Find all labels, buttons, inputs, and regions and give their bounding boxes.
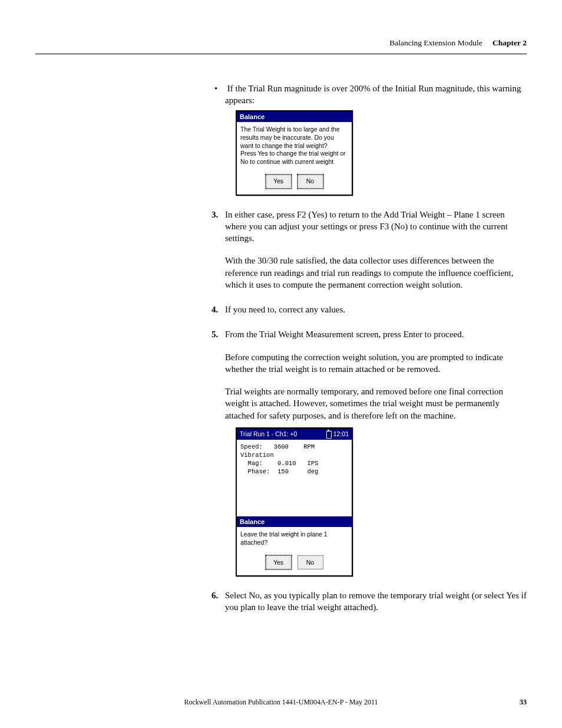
screen-body: Speed: 3600 RPM Vibration Mag: 0.010 IPS… [237, 440, 352, 516]
step-6: 6.Select No, as you typically plan to re… [225, 589, 527, 614]
trial-run-screen: Trial Run 1 - Ch1: +0 12:01 Speed: 3600 … [236, 427, 353, 577]
dialog-title: Balance [237, 111, 352, 123]
screen-time: 12:01 [333, 430, 349, 437]
bullet-warning-200: If the Trial Run magnitude is over 200% … [225, 83, 527, 107]
step-text: If you need to, correct any values. [225, 305, 345, 314]
speed-label: Speed: [240, 443, 263, 450]
page-header: Balancing Extension Module Chapter 2 [35, 38, 527, 54]
mag-label: Mag: [248, 460, 263, 467]
screen-title-text: Trial Run 1 - Ch1: +0 [240, 430, 297, 438]
footer-spacer [35, 698, 53, 707]
mag-unit: IPS [307, 460, 318, 467]
row-speed: Speed: 3600 RPM [240, 443, 348, 451]
no-button[interactable]: No [297, 174, 323, 189]
page-number: 33 [509, 698, 527, 707]
dialog-button-row: Yes No [237, 552, 352, 575]
dialog-body: The Trial Weight is too large and the re… [237, 122, 352, 170]
section-title: Balancing Extension Module [389, 38, 482, 47]
step-number: 5. [211, 328, 225, 340]
dialog-button-row: Yes No [237, 171, 352, 195]
step-text: In either case, press F2 (Yes) to return… [225, 210, 508, 243]
speed-unit: RPM [303, 443, 315, 450]
mag-value: 0.010 [277, 460, 296, 467]
phase-label: Phase: [248, 468, 270, 475]
row-mag: Mag: 0.010 IPS [240, 459, 348, 467]
screen-titlebar: Trial Run 1 - Ch1: +0 12:01 [237, 429, 352, 440]
row-vibration: Vibration [240, 451, 348, 459]
dialog-title: Balance [237, 516, 352, 528]
publication-info: Rockwell Automation Publication 1441-UM0… [53, 698, 509, 707]
step-number: 4. [211, 304, 225, 315]
page-footer: Rockwell Automation Publication 1441-UM0… [0, 698, 562, 707]
screen-title-right: 12:01 [326, 430, 349, 439]
balance-dialog-oversize: Balance The Trial Weight is too large an… [236, 110, 353, 196]
step-text: From the Trial Weight Measurement screen… [225, 330, 464, 339]
yes-button[interactable]: Yes [266, 555, 292, 569]
row-phase: Phase: 150 deg [240, 467, 348, 476]
para-before-computing: Before computing the correction weight s… [225, 351, 527, 375]
trial-run-screen-figure: Trial Run 1 - Ch1: +0 12:01 Speed: 3600 … [236, 427, 527, 577]
step-3: 3.In either case, press F2 (Yes) to retu… [225, 209, 527, 245]
step-number: 6. [211, 589, 225, 601]
step-5: 5.From the Trial Weight Measurement scre… [225, 328, 527, 340]
chapter-label: Chapter 2 [492, 38, 527, 47]
dialog-oversize-warning-figure: Balance The Trial Weight is too large an… [236, 110, 527, 196]
phase-unit: deg [307, 468, 318, 475]
phase-value: 150 [277, 468, 289, 475]
dialog-body: Leave the trial weight in plane 1 attach… [237, 527, 352, 551]
bullet-text: If the Trial Run magnitude is over 200% … [225, 84, 521, 105]
para-30-30-rule: With the 30/30 rule satisfied, the data … [225, 255, 527, 291]
para-trial-weights-temporary: Trial weights are normally temporary, an… [225, 386, 527, 421]
step-text: Select No, as you typically plan to remo… [225, 591, 527, 612]
step-number: 3. [211, 209, 225, 220]
no-button[interactable]: No [297, 555, 323, 569]
step-4: 4.If you need to, correct any values. [225, 304, 527, 315]
battery-icon [326, 431, 332, 439]
yes-button[interactable]: Yes [266, 174, 292, 189]
speed-value: 3600 [274, 443, 289, 450]
body-content: If the Trial Run magnitude is over 200% … [212, 83, 527, 613]
